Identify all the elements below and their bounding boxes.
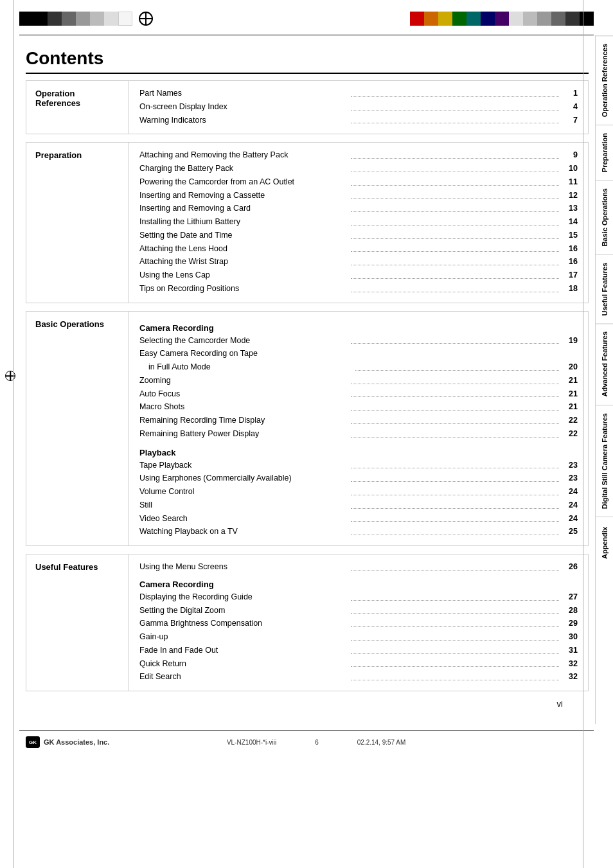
toc-entry: Powering the Camcorder from an AC Outlet…: [139, 176, 578, 188]
tab-preparation[interactable]: Preparation: [596, 125, 613, 180]
section-preparation: Preparation Attaching and Removing the B…: [26, 142, 589, 303]
toc-entry: Using the Menu Screens 26: [139, 561, 578, 573]
footer-metadata: VL-NZ100H-*i-viii 6 02.2.14, 9:57 AM: [227, 739, 405, 746]
logo-icon: GK: [26, 736, 40, 748]
color-blocks-left: [19, 12, 132, 26]
toc-entry: Volume Control 24: [139, 486, 578, 498]
color-block: [495, 12, 509, 26]
section-label-basic-operations: Basic Operations: [26, 312, 129, 546]
section-content-basic-operations: Camera Recording Selecting the Camcorder…: [129, 312, 588, 546]
color-block: [118, 12, 132, 26]
toc-entry: Auto Focus 21: [139, 388, 578, 400]
page-title: Contents: [26, 48, 589, 74]
bar-left: [19, 12, 159, 26]
section-content-preparation: Attaching and Removing the Battery Pack …: [129, 143, 588, 302]
bar-right: [410, 12, 594, 26]
toc-entry: Edit Search 32: [139, 671, 578, 683]
toc-entry: Gain-up 30: [139, 631, 578, 643]
footer: GK GK Associates, Inc. VL-NZ100H-*i-viii…: [0, 731, 613, 752]
toc-entry: Using Earphones (Commercially Available)…: [139, 472, 578, 484]
toc-entry: Attaching the Wrist Strap 16: [139, 256, 578, 268]
color-block: [104, 12, 118, 26]
toc-entry: Setting the Date and Time 15: [139, 229, 578, 242]
color-block: [438, 12, 452, 26]
section-basic-operations: Basic Operations Camera Recording Select…: [26, 311, 589, 547]
tab-advanced-features[interactable]: Advanced Features: [596, 323, 613, 404]
toc-entry: Still 24: [139, 499, 578, 511]
section-label-operation-references: Operation References: [26, 81, 129, 134]
color-block: [509, 12, 523, 26]
toc-entry: Gamma Brightness Compensation 29: [139, 617, 578, 630]
color-block: [466, 12, 481, 26]
toc-entry: Zooming 21: [139, 375, 578, 387]
toc-entry: Attaching the Lens Hood 16: [139, 243, 578, 255]
left-margin-crosshair: [5, 371, 15, 381]
color-block: [33, 12, 48, 26]
color-block: [410, 12, 424, 26]
tab-operation-references[interactable]: Operation References: [596, 35, 613, 125]
color-block: [452, 12, 466, 26]
content-area: Contents Operation References Part Names…: [0, 35, 595, 724]
toc-entry: On-screen Display Index 4: [139, 101, 578, 113]
toc-entry: Attaching and Removing the Battery Pack …: [139, 149, 578, 161]
toc-entry: Charging the Battery Pack 10: [139, 163, 578, 175]
section-content-useful-features: Using the Menu Screens 26 Camera Recordi…: [129, 554, 588, 691]
tab-digital-still-camera[interactable]: Digital Still Camera Features: [596, 405, 613, 517]
footer-page-num: 6: [315, 739, 319, 746]
toc-entry: Inserting and Removing a Card 13: [139, 202, 578, 215]
toc-entry: Selecting the Camcorder Mode 19: [139, 335, 578, 347]
color-block: [580, 12, 594, 26]
toc-entry: Part Names 1: [139, 87, 578, 100]
section-operation-references: Operation References Part Names 1 On-scr…: [26, 80, 589, 134]
section-useful-features: Useful Features Using the Menu Screens 2…: [26, 554, 589, 691]
color-block: [523, 12, 537, 26]
toc-entry: Tape Playback 23: [139, 459, 578, 472]
section-label-useful-features: Useful Features: [26, 554, 129, 691]
color-block: [565, 12, 580, 26]
color-block: [62, 12, 76, 26]
logo-text: GK Associates, Inc.: [44, 738, 109, 746]
section-label-preparation: Preparation: [26, 143, 129, 302]
sub-heading-playback: Playback: [139, 448, 578, 457]
footer-filename: VL-NZ100H-*i-viii: [227, 739, 276, 746]
top-decorative-bar: [0, 0, 613, 32]
toc-entry: Inserting and Removing a Cassette 12: [139, 190, 578, 202]
toc-entry: Video Search 24: [139, 513, 578, 525]
color-block: [424, 12, 438, 26]
toc-entry: Remaining Battery Power Display 22: [139, 428, 578, 440]
toc-entry: Easy Camera Recording on Tape: [139, 348, 578, 360]
toc-entry: Watching Playback on a TV 25: [139, 526, 578, 538]
color-block: [90, 12, 104, 26]
toc-entry: Remaining Recording Time Display 22: [139, 414, 578, 427]
section-content-operation-references: Part Names 1 On-screen Display Index 4 W…: [129, 81, 588, 134]
toc-entry: Installing the Lithium Battery 14: [139, 216, 578, 228]
sub-heading-camera-recording: Camera Recording: [139, 323, 578, 333]
toc-entry: Quick Return 32: [139, 658, 578, 670]
toc-entry: Using the Lens Cap 17: [139, 269, 578, 281]
tab-appendix[interactable]: Appendix: [596, 517, 613, 568]
toc-entry: Setting the Digital Zoom 28: [139, 605, 578, 617]
sub-heading-camera-recording-2: Camera Recording: [139, 580, 578, 589]
toc-entry: Warning Indicators 7: [139, 114, 578, 127]
color-block: [19, 12, 33, 26]
side-tabs: Operation References Preparation Basic O…: [595, 35, 613, 724]
color-blocks-right: [410, 12, 594, 26]
tab-basic-operations[interactable]: Basic Operations: [596, 180, 613, 254]
color-block: [48, 12, 62, 26]
toc-entry: Macro Shots 21: [139, 401, 578, 413]
footer-timestamp: 02.2.14, 9:57 AM: [357, 739, 406, 746]
toc-entry: in Full Auto Mode 20: [139, 361, 578, 373]
toc-entry: Fade In and Fade Out 31: [139, 644, 578, 657]
main-content: Contents Operation References Part Names…: [0, 35, 613, 724]
toc-entry: Displaying the Recording Guide 27: [139, 591, 578, 603]
page-number: vi: [557, 699, 563, 709]
color-block: [537, 12, 551, 26]
color-block: [551, 12, 565, 26]
tab-useful-features[interactable]: Useful Features: [596, 254, 613, 324]
page-number-area: vi: [26, 699, 589, 711]
logo-area: GK GK Associates, Inc.: [26, 736, 109, 748]
color-block: [76, 12, 90, 26]
crosshair-mark-top-left: [139, 12, 153, 26]
toc-entry: Tips on Recording Positions 18: [139, 283, 578, 295]
footer-left: GK GK Associates, Inc.: [26, 736, 109, 748]
